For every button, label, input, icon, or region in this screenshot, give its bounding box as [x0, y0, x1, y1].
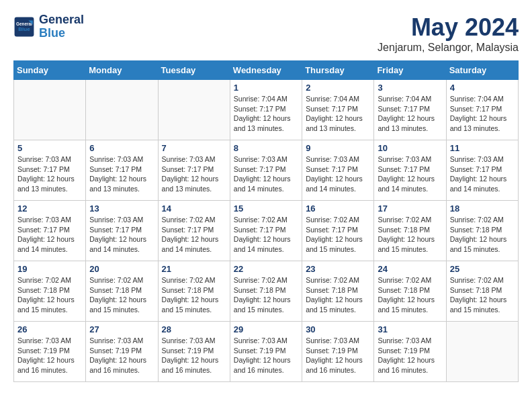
calendar-cell: 22Sunrise: 7:02 AM Sunset: 7:18 PM Dayli… — [230, 261, 302, 322]
day-info: Sunrise: 7:03 AM Sunset: 7:17 PM Dayligh… — [378, 154, 442, 194]
calendar-cell: 14Sunrise: 7:02 AM Sunset: 7:17 PM Dayli… — [158, 201, 230, 261]
calendar-cell: 27Sunrise: 7:03 AM Sunset: 7:19 PM Dayli… — [86, 322, 158, 382]
day-number: 19 — [17, 264, 82, 274]
location-subtitle: Jenjarum, Selangor, Malaysia — [378, 42, 519, 54]
calendar-cell: 26Sunrise: 7:03 AM Sunset: 7:19 PM Dayli… — [14, 322, 86, 382]
day-number: 27 — [89, 324, 154, 334]
calendar-cell: 8Sunrise: 7:03 AM Sunset: 7:17 PM Daylig… — [230, 140, 302, 201]
day-number: 20 — [89, 264, 154, 274]
week-row-2: 5Sunrise: 7:03 AM Sunset: 7:17 PM Daylig… — [14, 140, 519, 201]
calendar-cell: 23Sunrise: 7:02 AM Sunset: 7:18 PM Dayli… — [302, 261, 374, 322]
day-info: Sunrise: 7:03 AM Sunset: 7:17 PM Dayligh… — [450, 154, 515, 194]
day-number: 5 — [17, 143, 82, 153]
day-info: Sunrise: 7:03 AM Sunset: 7:17 PM Dayligh… — [17, 215, 82, 255]
logo-icon: General Blue — [13, 16, 35, 38]
calendar-cell: 16Sunrise: 7:02 AM Sunset: 7:17 PM Dayli… — [302, 201, 374, 261]
calendar-cell: 19Sunrise: 7:02 AM Sunset: 7:18 PM Dayli… — [14, 261, 86, 322]
day-info: Sunrise: 7:03 AM Sunset: 7:17 PM Dayligh… — [162, 154, 226, 194]
day-info: Sunrise: 7:02 AM Sunset: 7:17 PM Dayligh… — [162, 215, 226, 255]
day-header-monday: Monday — [86, 61, 158, 80]
day-info: Sunrise: 7:03 AM Sunset: 7:19 PM Dayligh… — [89, 336, 154, 375]
day-number: 29 — [234, 324, 298, 334]
calendar-cell: 9Sunrise: 7:03 AM Sunset: 7:17 PM Daylig… — [302, 140, 374, 201]
calendar-cell: 4Sunrise: 7:04 AM Sunset: 7:17 PM Daylig… — [446, 80, 518, 140]
day-number: 14 — [162, 203, 226, 214]
days-header-row: SundayMondayTuesdayWednesdayThursdayFrid… — [14, 61, 519, 80]
day-header-wednesday: Wednesday — [230, 61, 302, 80]
calendar-cell: 13Sunrise: 7:03 AM Sunset: 7:17 PM Dayli… — [86, 201, 158, 261]
calendar-cell: 11Sunrise: 7:03 AM Sunset: 7:17 PM Dayli… — [446, 140, 518, 201]
day-number: 23 — [306, 264, 370, 274]
day-info: Sunrise: 7:04 AM Sunset: 7:17 PM Dayligh… — [234, 94, 298, 134]
calendar-cell: 7Sunrise: 7:03 AM Sunset: 7:17 PM Daylig… — [158, 140, 230, 201]
calendar-cell: 18Sunrise: 7:02 AM Sunset: 7:18 PM Dayli… — [446, 201, 518, 261]
day-number: 18 — [450, 203, 515, 214]
day-number: 8 — [234, 143, 298, 153]
day-number: 12 — [17, 203, 82, 214]
calendar-cell: 6Sunrise: 7:03 AM Sunset: 7:17 PM Daylig… — [86, 140, 158, 201]
day-info: Sunrise: 7:02 AM Sunset: 7:18 PM Dayligh… — [450, 215, 515, 255]
day-number: 9 — [306, 143, 370, 153]
calendar-cell: 25Sunrise: 7:02 AM Sunset: 7:18 PM Dayli… — [446, 261, 518, 322]
day-info: Sunrise: 7:02 AM Sunset: 7:18 PM Dayligh… — [378, 215, 442, 255]
day-info: Sunrise: 7:02 AM Sunset: 7:18 PM Dayligh… — [17, 275, 82, 315]
calendar-cell: 17Sunrise: 7:02 AM Sunset: 7:18 PM Dayli… — [374, 201, 446, 261]
calendar-cell: 1Sunrise: 7:04 AM Sunset: 7:17 PM Daylig… — [230, 80, 302, 140]
calendar-cell: 15Sunrise: 7:02 AM Sunset: 7:17 PM Dayli… — [230, 201, 302, 261]
day-info: Sunrise: 7:03 AM Sunset: 7:17 PM Dayligh… — [306, 154, 370, 194]
day-header-tuesday: Tuesday — [158, 61, 230, 80]
day-info: Sunrise: 7:03 AM Sunset: 7:17 PM Dayligh… — [89, 215, 154, 255]
day-info: Sunrise: 7:02 AM Sunset: 7:17 PM Dayligh… — [306, 215, 370, 255]
day-info: Sunrise: 7:03 AM Sunset: 7:17 PM Dayligh… — [17, 154, 82, 194]
calendar-cell: 2Sunrise: 7:04 AM Sunset: 7:17 PM Daylig… — [302, 80, 374, 140]
day-number: 16 — [306, 203, 370, 214]
day-info: Sunrise: 7:02 AM Sunset: 7:18 PM Dayligh… — [162, 275, 226, 315]
day-number: 26 — [17, 324, 82, 334]
day-number: 13 — [89, 203, 154, 214]
calendar-cell — [158, 80, 230, 140]
day-info: Sunrise: 7:02 AM Sunset: 7:18 PM Dayligh… — [234, 275, 298, 315]
day-header-sunday: Sunday — [14, 61, 86, 80]
day-header-saturday: Saturday — [446, 61, 518, 80]
day-info: Sunrise: 7:02 AM Sunset: 7:18 PM Dayligh… — [378, 275, 442, 315]
title-block: May 2024 Jenjarum, Selangor, Malaysia — [378, 13, 519, 54]
day-info: Sunrise: 7:04 AM Sunset: 7:17 PM Dayligh… — [450, 94, 515, 134]
page-header: General Blue GeneralBlue May 2024 Jenjar… — [13, 13, 519, 54]
week-row-3: 12Sunrise: 7:03 AM Sunset: 7:17 PM Dayli… — [14, 201, 519, 261]
day-number: 30 — [306, 324, 370, 334]
day-header-friday: Friday — [374, 61, 446, 80]
calendar-cell: 30Sunrise: 7:03 AM Sunset: 7:19 PM Dayli… — [302, 322, 374, 382]
svg-text:General: General — [16, 21, 32, 26]
day-number: 28 — [162, 324, 226, 334]
calendar-cell — [14, 80, 86, 140]
calendar-cell: 10Sunrise: 7:03 AM Sunset: 7:17 PM Dayli… — [374, 140, 446, 201]
day-number: 1 — [234, 83, 298, 93]
day-header-thursday: Thursday — [302, 61, 374, 80]
day-number: 31 — [378, 324, 442, 334]
day-number: 6 — [89, 143, 154, 153]
day-number: 10 — [378, 143, 442, 153]
day-number: 24 — [378, 264, 442, 274]
week-row-4: 19Sunrise: 7:02 AM Sunset: 7:18 PM Dayli… — [14, 261, 519, 322]
day-number: 4 — [450, 83, 515, 93]
month-title: May 2024 — [378, 13, 519, 42]
day-info: Sunrise: 7:03 AM Sunset: 7:17 PM Dayligh… — [234, 154, 298, 194]
calendar-cell: 5Sunrise: 7:03 AM Sunset: 7:17 PM Daylig… — [14, 140, 86, 201]
day-number: 11 — [450, 143, 515, 153]
day-info: Sunrise: 7:03 AM Sunset: 7:19 PM Dayligh… — [234, 336, 298, 375]
day-info: Sunrise: 7:02 AM Sunset: 7:17 PM Dayligh… — [234, 215, 298, 255]
calendar-cell: 31Sunrise: 7:03 AM Sunset: 7:19 PM Dayli… — [374, 322, 446, 382]
calendar-cell: 24Sunrise: 7:02 AM Sunset: 7:18 PM Dayli… — [374, 261, 446, 322]
day-info: Sunrise: 7:03 AM Sunset: 7:19 PM Dayligh… — [162, 336, 226, 375]
day-info: Sunrise: 7:02 AM Sunset: 7:18 PM Dayligh… — [450, 275, 515, 315]
day-number: 21 — [162, 264, 226, 274]
calendar-cell: 21Sunrise: 7:02 AM Sunset: 7:18 PM Dayli… — [158, 261, 230, 322]
calendar-cell — [86, 80, 158, 140]
day-number: 3 — [378, 83, 442, 93]
logo: General Blue GeneralBlue — [13, 13, 84, 40]
calendar-cell: 29Sunrise: 7:03 AM Sunset: 7:19 PM Dayli… — [230, 322, 302, 382]
day-info: Sunrise: 7:03 AM Sunset: 7:19 PM Dayligh… — [17, 336, 82, 375]
day-info: Sunrise: 7:03 AM Sunset: 7:17 PM Dayligh… — [89, 154, 154, 194]
svg-text:Blue: Blue — [18, 26, 30, 32]
day-info: Sunrise: 7:02 AM Sunset: 7:18 PM Dayligh… — [306, 275, 370, 315]
